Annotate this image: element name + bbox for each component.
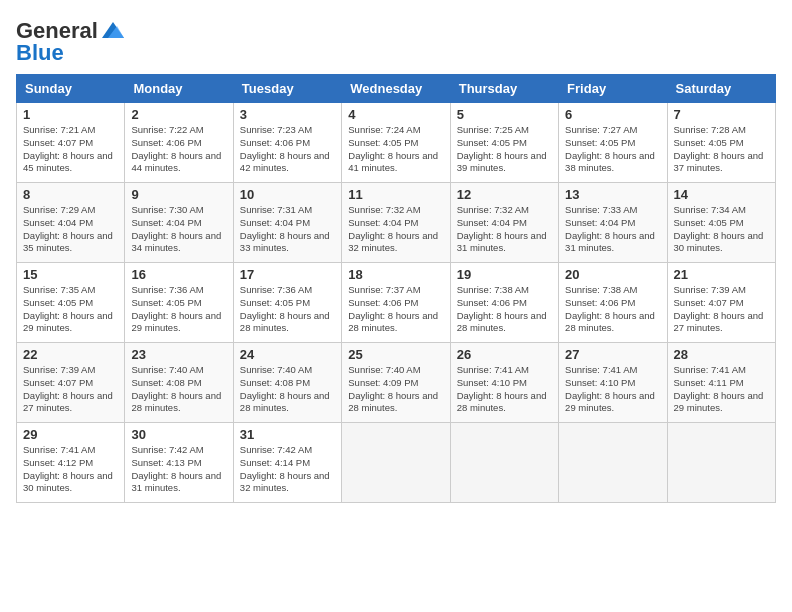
calendar-cell: 3 Sunrise: 7:23 AMSunset: 4:06 PMDayligh… bbox=[233, 103, 341, 183]
col-header-monday: Monday bbox=[125, 75, 233, 103]
day-number: 3 bbox=[240, 107, 335, 122]
calendar-cell: 20 Sunrise: 7:38 AMSunset: 4:06 PMDaylig… bbox=[559, 263, 667, 343]
day-detail: Sunrise: 7:42 AMSunset: 4:13 PMDaylight:… bbox=[131, 444, 221, 493]
calendar-week-1: 8 Sunrise: 7:29 AMSunset: 4:04 PMDayligh… bbox=[17, 183, 776, 263]
col-header-sunday: Sunday bbox=[17, 75, 125, 103]
calendar-cell: 15 Sunrise: 7:35 AMSunset: 4:05 PMDaylig… bbox=[17, 263, 125, 343]
calendar-cell: 9 Sunrise: 7:30 AMSunset: 4:04 PMDayligh… bbox=[125, 183, 233, 263]
calendar-cell: 28 Sunrise: 7:41 AMSunset: 4:11 PMDaylig… bbox=[667, 343, 775, 423]
col-header-thursday: Thursday bbox=[450, 75, 558, 103]
day-detail: Sunrise: 7:25 AMSunset: 4:05 PMDaylight:… bbox=[457, 124, 547, 173]
calendar-cell: 26 Sunrise: 7:41 AMSunset: 4:10 PMDaylig… bbox=[450, 343, 558, 423]
calendar-cell bbox=[559, 423, 667, 503]
calendar-cell: 27 Sunrise: 7:41 AMSunset: 4:10 PMDaylig… bbox=[559, 343, 667, 423]
day-detail: Sunrise: 7:35 AMSunset: 4:05 PMDaylight:… bbox=[23, 284, 113, 333]
day-detail: Sunrise: 7:39 AMSunset: 4:07 PMDaylight:… bbox=[23, 364, 113, 413]
day-detail: Sunrise: 7:37 AMSunset: 4:06 PMDaylight:… bbox=[348, 284, 438, 333]
day-detail: Sunrise: 7:29 AMSunset: 4:04 PMDaylight:… bbox=[23, 204, 113, 253]
day-number: 10 bbox=[240, 187, 335, 202]
day-detail: Sunrise: 7:32 AMSunset: 4:04 PMDaylight:… bbox=[457, 204, 547, 253]
day-detail: Sunrise: 7:40 AMSunset: 4:09 PMDaylight:… bbox=[348, 364, 438, 413]
day-detail: Sunrise: 7:36 AMSunset: 4:05 PMDaylight:… bbox=[131, 284, 221, 333]
day-detail: Sunrise: 7:34 AMSunset: 4:05 PMDaylight:… bbox=[674, 204, 764, 253]
day-detail: Sunrise: 7:23 AMSunset: 4:06 PMDaylight:… bbox=[240, 124, 330, 173]
calendar-cell: 30 Sunrise: 7:42 AMSunset: 4:13 PMDaylig… bbox=[125, 423, 233, 503]
day-detail: Sunrise: 7:42 AMSunset: 4:14 PMDaylight:… bbox=[240, 444, 330, 493]
calendar-cell: 31 Sunrise: 7:42 AMSunset: 4:14 PMDaylig… bbox=[233, 423, 341, 503]
day-number: 12 bbox=[457, 187, 552, 202]
day-number: 8 bbox=[23, 187, 118, 202]
calendar-week-0: 1 Sunrise: 7:21 AMSunset: 4:07 PMDayligh… bbox=[17, 103, 776, 183]
day-detail: Sunrise: 7:32 AMSunset: 4:04 PMDaylight:… bbox=[348, 204, 438, 253]
calendar-week-3: 22 Sunrise: 7:39 AMSunset: 4:07 PMDaylig… bbox=[17, 343, 776, 423]
day-number: 26 bbox=[457, 347, 552, 362]
calendar-cell: 12 Sunrise: 7:32 AMSunset: 4:04 PMDaylig… bbox=[450, 183, 558, 263]
day-detail: Sunrise: 7:40 AMSunset: 4:08 PMDaylight:… bbox=[131, 364, 221, 413]
day-number: 28 bbox=[674, 347, 769, 362]
calendar-cell: 17 Sunrise: 7:36 AMSunset: 4:05 PMDaylig… bbox=[233, 263, 341, 343]
day-number: 16 bbox=[131, 267, 226, 282]
calendar-cell: 8 Sunrise: 7:29 AMSunset: 4:04 PMDayligh… bbox=[17, 183, 125, 263]
day-number: 15 bbox=[23, 267, 118, 282]
day-number: 5 bbox=[457, 107, 552, 122]
day-number: 1 bbox=[23, 107, 118, 122]
calendar-cell bbox=[450, 423, 558, 503]
calendar-table: SundayMondayTuesdayWednesdayThursdayFrid… bbox=[16, 74, 776, 503]
calendar-cell: 14 Sunrise: 7:34 AMSunset: 4:05 PMDaylig… bbox=[667, 183, 775, 263]
day-number: 21 bbox=[674, 267, 769, 282]
calendar-cell: 10 Sunrise: 7:31 AMSunset: 4:04 PMDaylig… bbox=[233, 183, 341, 263]
calendar-header-row: SundayMondayTuesdayWednesdayThursdayFrid… bbox=[17, 75, 776, 103]
day-number: 14 bbox=[674, 187, 769, 202]
calendar-cell: 21 Sunrise: 7:39 AMSunset: 4:07 PMDaylig… bbox=[667, 263, 775, 343]
col-header-tuesday: Tuesday bbox=[233, 75, 341, 103]
day-number: 9 bbox=[131, 187, 226, 202]
calendar-cell: 23 Sunrise: 7:40 AMSunset: 4:08 PMDaylig… bbox=[125, 343, 233, 423]
day-number: 22 bbox=[23, 347, 118, 362]
calendar-cell: 29 Sunrise: 7:41 AMSunset: 4:12 PMDaylig… bbox=[17, 423, 125, 503]
calendar-body: 1 Sunrise: 7:21 AMSunset: 4:07 PMDayligh… bbox=[17, 103, 776, 503]
col-header-wednesday: Wednesday bbox=[342, 75, 450, 103]
day-detail: Sunrise: 7:22 AMSunset: 4:06 PMDaylight:… bbox=[131, 124, 221, 173]
calendar-cell: 6 Sunrise: 7:27 AMSunset: 4:05 PMDayligh… bbox=[559, 103, 667, 183]
day-detail: Sunrise: 7:36 AMSunset: 4:05 PMDaylight:… bbox=[240, 284, 330, 333]
calendar-cell: 25 Sunrise: 7:40 AMSunset: 4:09 PMDaylig… bbox=[342, 343, 450, 423]
day-detail: Sunrise: 7:39 AMSunset: 4:07 PMDaylight:… bbox=[674, 284, 764, 333]
logo: General Blue bbox=[16, 16, 128, 66]
calendar-cell: 2 Sunrise: 7:22 AMSunset: 4:06 PMDayligh… bbox=[125, 103, 233, 183]
day-number: 25 bbox=[348, 347, 443, 362]
day-number: 6 bbox=[565, 107, 660, 122]
calendar-header: General Blue bbox=[16, 16, 776, 66]
day-detail: Sunrise: 7:38 AMSunset: 4:06 PMDaylight:… bbox=[457, 284, 547, 333]
calendar-cell: 18 Sunrise: 7:37 AMSunset: 4:06 PMDaylig… bbox=[342, 263, 450, 343]
day-detail: Sunrise: 7:33 AMSunset: 4:04 PMDaylight:… bbox=[565, 204, 655, 253]
calendar-container: General Blue SundayMondayTuesdayWednesda… bbox=[0, 0, 792, 511]
day-number: 29 bbox=[23, 427, 118, 442]
col-header-friday: Friday bbox=[559, 75, 667, 103]
day-detail: Sunrise: 7:40 AMSunset: 4:08 PMDaylight:… bbox=[240, 364, 330, 413]
day-detail: Sunrise: 7:41 AMSunset: 4:11 PMDaylight:… bbox=[674, 364, 764, 413]
day-detail: Sunrise: 7:38 AMSunset: 4:06 PMDaylight:… bbox=[565, 284, 655, 333]
calendar-cell: 22 Sunrise: 7:39 AMSunset: 4:07 PMDaylig… bbox=[17, 343, 125, 423]
day-detail: Sunrise: 7:41 AMSunset: 4:12 PMDaylight:… bbox=[23, 444, 113, 493]
logo-icon bbox=[98, 16, 128, 46]
day-detail: Sunrise: 7:30 AMSunset: 4:04 PMDaylight:… bbox=[131, 204, 221, 253]
calendar-cell: 13 Sunrise: 7:33 AMSunset: 4:04 PMDaylig… bbox=[559, 183, 667, 263]
day-number: 4 bbox=[348, 107, 443, 122]
day-number: 18 bbox=[348, 267, 443, 282]
day-number: 30 bbox=[131, 427, 226, 442]
calendar-cell: 4 Sunrise: 7:24 AMSunset: 4:05 PMDayligh… bbox=[342, 103, 450, 183]
day-number: 2 bbox=[131, 107, 226, 122]
day-detail: Sunrise: 7:41 AMSunset: 4:10 PMDaylight:… bbox=[565, 364, 655, 413]
day-number: 7 bbox=[674, 107, 769, 122]
calendar-cell: 16 Sunrise: 7:36 AMSunset: 4:05 PMDaylig… bbox=[125, 263, 233, 343]
day-number: 11 bbox=[348, 187, 443, 202]
day-number: 19 bbox=[457, 267, 552, 282]
calendar-cell bbox=[667, 423, 775, 503]
day-detail: Sunrise: 7:41 AMSunset: 4:10 PMDaylight:… bbox=[457, 364, 547, 413]
day-detail: Sunrise: 7:28 AMSunset: 4:05 PMDaylight:… bbox=[674, 124, 764, 173]
day-detail: Sunrise: 7:24 AMSunset: 4:05 PMDaylight:… bbox=[348, 124, 438, 173]
day-number: 13 bbox=[565, 187, 660, 202]
calendar-cell: 5 Sunrise: 7:25 AMSunset: 4:05 PMDayligh… bbox=[450, 103, 558, 183]
calendar-cell: 7 Sunrise: 7:28 AMSunset: 4:05 PMDayligh… bbox=[667, 103, 775, 183]
day-detail: Sunrise: 7:27 AMSunset: 4:05 PMDaylight:… bbox=[565, 124, 655, 173]
